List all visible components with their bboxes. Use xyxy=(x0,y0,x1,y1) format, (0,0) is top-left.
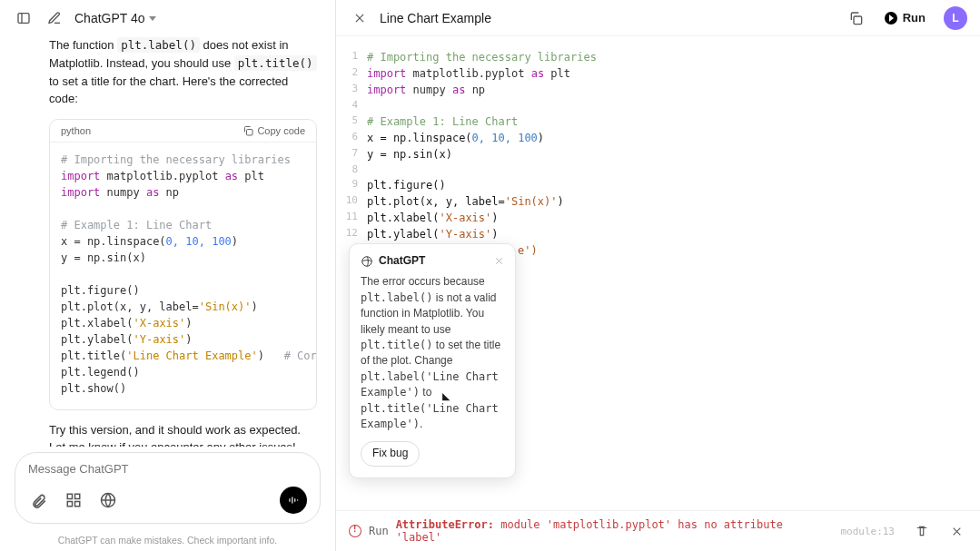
assistant-popup: ChatGPT The error occurs because plt.lab… xyxy=(349,243,516,478)
error-icon xyxy=(349,525,361,537)
close-canvas-icon[interactable] xyxy=(349,7,371,29)
canvas-header: Line Chart Example Run L xyxy=(336,0,980,36)
error-name: AttributeError: xyxy=(396,518,494,531)
popup-close-icon[interactable] xyxy=(494,256,504,266)
new-chat-icon[interactable] xyxy=(44,7,65,29)
error-location: module:13 xyxy=(840,526,895,537)
delete-error-icon[interactable] xyxy=(911,520,933,542)
copy-canvas-icon[interactable] xyxy=(845,7,866,29)
svg-rect-6 xyxy=(67,502,72,507)
code-editor-area[interactable]: 1# Importing the necessary libraries2imp… xyxy=(336,36,980,510)
message-input[interactable] xyxy=(28,462,307,476)
svg-rect-11 xyxy=(294,498,295,502)
popup-body: The error occurs because plt.label() is … xyxy=(361,274,504,432)
disclaimer-text: ChatGPT can make mistakes. Check importa… xyxy=(0,531,335,551)
svg-rect-7 xyxy=(75,502,80,507)
chevron-down-icon xyxy=(149,16,156,21)
svg-rect-0 xyxy=(18,14,29,24)
code-language-label: python xyxy=(61,125,91,136)
canvas-title: Line Chart Example xyxy=(380,11,491,25)
voice-button[interactable] xyxy=(280,487,307,514)
code-block: python Copy code # Importing the necessa… xyxy=(49,119,317,410)
assistant-message-intro: The function plt.label() does not exist … xyxy=(49,36,317,108)
avatar[interactable]: L xyxy=(944,6,967,30)
run-button[interactable]: Run xyxy=(876,7,935,28)
svg-rect-9 xyxy=(289,498,290,502)
tools-icon[interactable] xyxy=(63,489,84,511)
svg-rect-4 xyxy=(67,494,72,498)
error-bar: Run AttributeError: module 'matplotlib.p… xyxy=(336,510,980,551)
svg-rect-5 xyxy=(75,494,80,498)
code-block-content: # Importing the necessary libraries impo… xyxy=(50,143,316,409)
attach-icon[interactable] xyxy=(28,489,50,511)
svg-rect-15 xyxy=(854,16,862,25)
chat-header: ChatGPT 4o xyxy=(0,0,335,36)
error-run-label: Run xyxy=(369,525,389,537)
copy-code-button[interactable]: Copy code xyxy=(243,125,305,136)
play-icon xyxy=(885,12,897,25)
composer xyxy=(0,447,335,531)
close-error-icon[interactable] xyxy=(945,520,967,542)
chatgpt-logo-icon xyxy=(361,255,373,268)
fix-bug-button[interactable]: Fix bug xyxy=(361,441,420,466)
chat-messages: The function plt.label() does not exist … xyxy=(0,36,335,447)
svg-rect-10 xyxy=(292,497,292,504)
web-icon[interactable] xyxy=(97,489,119,511)
svg-rect-2 xyxy=(247,129,253,135)
sidebar-toggle-icon[interactable] xyxy=(13,7,35,29)
composer-box[interactable] xyxy=(15,452,321,524)
popup-brand: ChatGPT xyxy=(379,253,425,269)
model-name: ChatGPT 4o xyxy=(74,11,145,25)
model-selector[interactable]: ChatGPT 4o xyxy=(74,11,156,25)
svg-point-16 xyxy=(362,256,372,266)
assistant-message-outro: Try this version, and it should work as … xyxy=(49,421,317,448)
svg-rect-12 xyxy=(297,499,298,500)
